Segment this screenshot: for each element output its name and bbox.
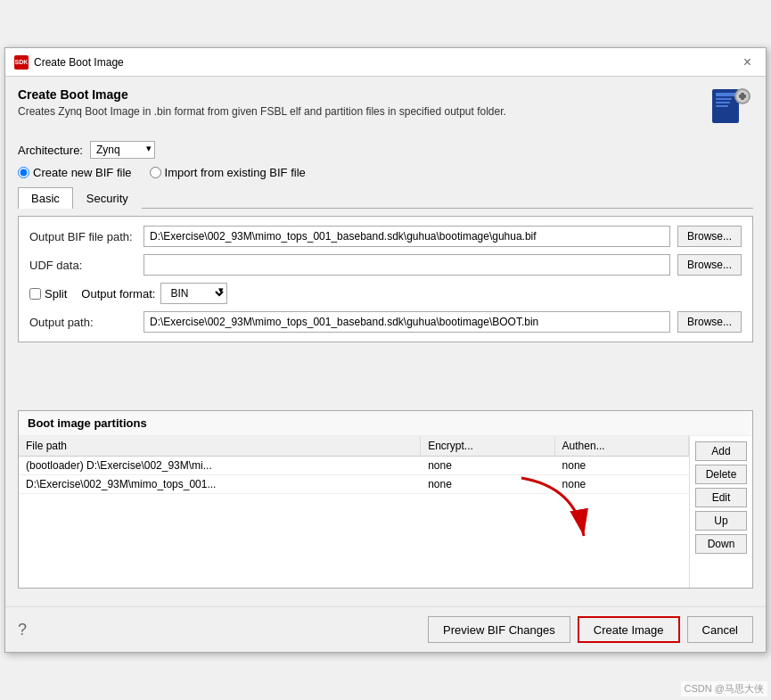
- header-left: Create Boot Image Creates Zynq Boot Imag…: [18, 87, 506, 118]
- down-partition-button[interactable]: Down: [695, 534, 747, 554]
- watermark: CSDN @马思大侠: [681, 681, 767, 696]
- delete-partition-button[interactable]: Delete: [695, 465, 747, 484]
- split-checkbox-label[interactable]: Split: [29, 287, 67, 301]
- help-icon[interactable]: ?: [18, 621, 27, 639]
- svg-rect-1: [716, 93, 735, 96]
- output-format-label: Output format:: [81, 287, 155, 301]
- output-bif-browse-button[interactable]: Browse...: [677, 226, 742, 247]
- title-bar: SDK Create Boot Image ×: [5, 48, 766, 77]
- bif-options-row: Create new BIF file Import from existing…: [18, 166, 753, 179]
- table-row[interactable]: (bootloader) D:\Exercise\002_93M\mi... n…: [19, 457, 689, 475]
- udf-data-row: UDF data: Browse...: [29, 254, 742, 276]
- row1-filepath: (bootloader) D:\Exercise\002_93M\mi...: [19, 457, 421, 474]
- output-bif-label: Output BIF file path:: [29, 230, 136, 243]
- output-path-label: Output path:: [29, 316, 136, 329]
- svg-rect-3: [716, 102, 730, 103]
- title-bar-title: Create Boot Image: [34, 56, 124, 69]
- sdk-icon: SDK: [14, 55, 29, 70]
- output-format-select[interactable]: BIN MCS: [160, 283, 227, 304]
- import-radio-label[interactable]: Import from existing BIF file: [150, 166, 306, 179]
- import-label: Import from existing BIF file: [165, 166, 306, 179]
- dialog-create-boot-image: SDK Create Boot Image × Create Boot Imag…: [4, 47, 767, 653]
- architecture-label: Architecture:: [18, 144, 83, 157]
- output-path-input[interactable]: [144, 311, 670, 333]
- split-format-row: Split Output format: BIN MCS: [29, 283, 742, 304]
- svg-rect-2: [716, 98, 732, 100]
- udf-data-label: UDF data:: [29, 259, 136, 272]
- create-new-radio-label[interactable]: Create new BIF file: [18, 166, 132, 179]
- edit-partition-button[interactable]: Edit: [695, 488, 747, 507]
- form-section: Output BIF file path: Browse... UDF data…: [18, 216, 753, 342]
- dialog-body: Create Boot Image Creates Zynq Boot Imag…: [5, 77, 766, 606]
- row2-authen: none: [555, 475, 689, 493]
- table-header: File path Encrypt... Authen...: [19, 436, 689, 457]
- cancel-button[interactable]: Cancel: [687, 616, 753, 643]
- row2-encrypt: none: [421, 475, 554, 493]
- architecture-row: Architecture: Zynq ZynqMP: [18, 141, 753, 159]
- boot-image-icon: [710, 87, 753, 130]
- split-checkbox[interactable]: [29, 288, 41, 300]
- col-authen: Authen...: [555, 436, 689, 456]
- dialog-title: Create Boot Image: [18, 87, 506, 102]
- dialog-description: Creates Zynq Boot Image in .bin format f…: [18, 105, 506, 118]
- udf-data-input[interactable]: [144, 254, 670, 276]
- import-radio[interactable]: [150, 167, 161, 178]
- architecture-select-wrapper[interactable]: Zynq ZynqMP: [90, 141, 155, 159]
- udf-data-browse-button[interactable]: Browse...: [677, 254, 742, 276]
- col-encrypt: Encrypt...: [421, 436, 554, 456]
- partitions-header: Boot image partitions: [19, 411, 752, 436]
- row1-encrypt: none: [421, 457, 554, 474]
- partition-buttons: Add Delete Edit Up Down: [690, 436, 752, 588]
- svg-rect-8: [739, 95, 746, 98]
- svg-rect-4: [716, 105, 728, 107]
- tabs-row: Basic Security: [18, 186, 753, 209]
- split-label: Split: [45, 287, 67, 301]
- create-new-radio[interactable]: [18, 167, 29, 178]
- output-format-select-wrapper[interactable]: BIN MCS: [160, 283, 227, 304]
- row2-filepath: D:\Exercise\002_93M\mimo_tops_001...: [19, 475, 421, 493]
- create-new-label: Create new BIF file: [33, 166, 132, 179]
- partitions-section: Boot image partitions File path Encrypt.…: [18, 410, 753, 589]
- output-path-row: Output path: Browse...: [29, 311, 742, 333]
- title-bar-left: SDK Create Boot Image: [14, 55, 124, 70]
- spacer-area: [18, 350, 753, 403]
- tab-security[interactable]: Security: [73, 187, 142, 209]
- preview-bif-button[interactable]: Preview BIF Changes: [428, 616, 570, 643]
- output-bif-row: Output BIF file path: Browse...: [29, 226, 742, 247]
- header-section: Create Boot Image Creates Zynq Boot Imag…: [18, 87, 753, 130]
- tab-basic[interactable]: Basic: [18, 187, 73, 209]
- dialog-footer: ? Preview BIF Changes Create Image Cance…: [5, 606, 766, 652]
- output-path-browse-button[interactable]: Browse...: [677, 311, 742, 333]
- architecture-select[interactable]: Zynq ZynqMP: [90, 141, 155, 159]
- partitions-table-wrapper: File path Encrypt... Authen... (bootload…: [19, 436, 752, 588]
- col-filepath: File path: [19, 436, 421, 456]
- create-image-button[interactable]: Create Image: [578, 616, 680, 643]
- row1-authen: none: [555, 457, 689, 474]
- add-partition-button[interactable]: Add: [695, 441, 747, 461]
- partitions-table: File path Encrypt... Authen... (bootload…: [19, 436, 690, 588]
- table-row[interactable]: D:\Exercise\002_93M\mimo_tops_001... non…: [19, 475, 689, 494]
- output-bif-input[interactable]: [144, 226, 670, 247]
- output-format-group: Output format: BIN MCS: [81, 283, 227, 304]
- up-partition-button[interactable]: Up: [695, 511, 747, 531]
- close-button[interactable]: ×: [738, 54, 757, 71]
